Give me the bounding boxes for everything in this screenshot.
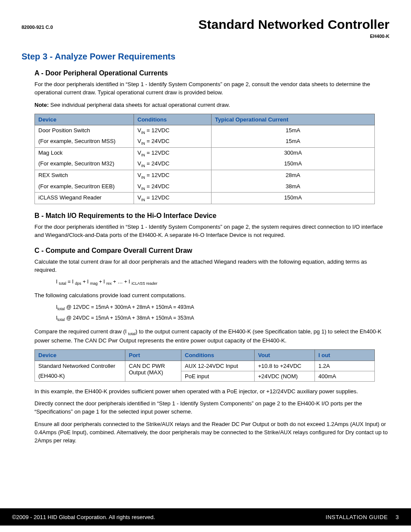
- cell: +10.8 to +24VDC: [255, 361, 315, 371]
- th-port: Port: [125, 349, 181, 361]
- guide-label: INSTALLATION GUIDE: [326, 514, 388, 520]
- cell-device: Mag Lock: [35, 147, 134, 159]
- th-vout: Vout: [255, 349, 315, 361]
- step-title: Step 3 - Analyze Power Requirements: [22, 52, 389, 62]
- section-a-para1: For the door peripherals identified in “…: [34, 81, 389, 97]
- cell: CAN DC PWR Output (MAX): [125, 361, 181, 381]
- table-row: (For example, Securitron EEB) VIN = 24VD…: [35, 181, 375, 193]
- cell-cond: VIN = 12VDC: [134, 147, 212, 159]
- note-text: See individual peripheral data sheets fo…: [49, 102, 230, 108]
- cell-device: (For example, Securitron MSS): [35, 136, 134, 147]
- cell: 400mA: [315, 371, 375, 381]
- cell: 1.2A: [315, 361, 375, 371]
- cell-cur: 15mA: [212, 136, 375, 147]
- table-row: iCLASS Wiegand Reader VIN = 12VDC 150mA: [35, 193, 375, 204]
- cell: PoE input: [181, 371, 255, 381]
- cell-device: REX Switch: [35, 170, 134, 181]
- cell: +24VDC (NOM): [255, 371, 315, 381]
- page-number: 3: [395, 514, 399, 520]
- section-a-title: A - Door Peripheral Operational Currents: [34, 69, 389, 77]
- cell-cond: VIN = 12VDC: [134, 193, 212, 204]
- section-c-para6: Ensure all door peripherals connected to…: [34, 420, 389, 445]
- cell-cond: VIN = 12VDC: [134, 170, 212, 181]
- doc-title: Standard Networked Controller: [199, 17, 389, 32]
- table-row: (For example, Securitron M32) VIN = 24VD…: [35, 159, 375, 170]
- cell-cur: 15mA: [212, 125, 375, 136]
- table-row: Door Position Switch VIN = 12VDC 15mA: [35, 125, 375, 136]
- cell-device: iCLASS Wiegand Reader: [35, 193, 134, 204]
- cell-cur: 38mA: [212, 181, 375, 193]
- table-row: (EH400-K) PoE input +24VDC (NOM) 400mA: [35, 371, 375, 381]
- calc-24v: Itotal @ 24VDC = 15mA + 150mA + 38mA + 1…: [56, 315, 389, 322]
- cell-device: (For example, Securitron EEB): [35, 181, 134, 193]
- table-row: (For example, Securitron MSS) VIN = 24VD…: [35, 136, 375, 147]
- section-c-para5: Directly connect the door peripherals id…: [34, 400, 389, 416]
- calc-12v: Itotal @ 12VDC = 15mA + 300mA + 28mA + 1…: [56, 304, 389, 311]
- footer-right: INSTALLATION GUIDE 3: [326, 514, 399, 520]
- th-iout: I out: [315, 349, 375, 361]
- section-c-para2: The following calculations provide load …: [34, 292, 389, 300]
- th-conditions: Conditions: [134, 114, 212, 125]
- cell-cur: 28mA: [212, 170, 375, 181]
- cell-cond: VIN = 24VDC: [134, 159, 212, 170]
- section-b-title: B - Match I/O Requirements to the Hi-O I…: [34, 212, 389, 220]
- cell: (EH400-K): [35, 371, 125, 381]
- th-device: Device: [35, 114, 134, 125]
- table-c: Device Port Conditions Vout I out Standa…: [34, 349, 375, 382]
- model-code: EH400-K: [22, 34, 389, 39]
- section-c-para3: Compare the required current draw (I tot…: [34, 328, 389, 345]
- table-row: Standard Networked Controller CAN DC PWR…: [35, 361, 375, 371]
- equation-itotal: I total = I dps + I mag + I rex + … + I …: [56, 279, 389, 286]
- table-row: REX Switch VIN = 12VDC 28mA: [35, 170, 375, 181]
- section-b-para: For the door peripherals identified in “…: [34, 223, 389, 240]
- th-device2: Device: [35, 349, 125, 361]
- copyright: ©2009 - 2011 HID Global Corporation. All…: [12, 514, 155, 520]
- cell: Standard Networked Controller: [35, 361, 125, 371]
- cell-cur: 150mA: [212, 159, 375, 170]
- footer: ©2009 - 2011 HID Global Corporation. All…: [0, 508, 411, 526]
- cell-device: (For example, Securitron M32): [35, 159, 134, 170]
- section-c-para1: Calculate the total current draw for all…: [34, 258, 389, 274]
- cell-cond: VIN = 24VDC: [134, 136, 212, 147]
- calc-block: Itotal @ 12VDC = 15mA + 300mA + 28mA + 1…: [56, 304, 389, 322]
- section-c-para4: In this example, the EH400-K provides su…: [34, 388, 389, 396]
- cell: AUX 12-24VDC Input: [181, 361, 255, 371]
- cell-cur: 300mA: [212, 147, 375, 159]
- table-a: Device Conditions Typical Operational Cu…: [34, 114, 375, 204]
- cell-cond: VIN = 24VDC: [134, 181, 212, 193]
- cell-cond: VIN = 12VDC: [134, 125, 212, 136]
- doc-code: 82000-921 C.0: [22, 25, 53, 30]
- section-c-title: C - Compute and Compare Overall Current …: [34, 247, 389, 255]
- section-a-note: Note: See individual peripheral data she…: [34, 101, 389, 109]
- cell-device: Door Position Switch: [35, 125, 134, 136]
- th-cond2: Conditions: [181, 349, 255, 361]
- cell-cur: 150mA: [212, 193, 375, 204]
- th-current: Typical Operational Current: [212, 114, 375, 125]
- note-label: Note:: [34, 102, 49, 108]
- table-row: Mag Lock VIN = 12VDC 300mA: [35, 147, 375, 159]
